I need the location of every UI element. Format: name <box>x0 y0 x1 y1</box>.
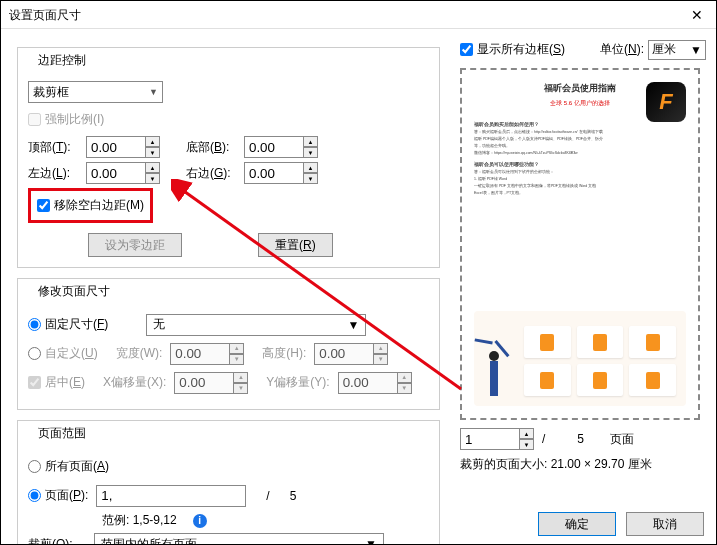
left-label: 左边(L): <box>28 165 78 182</box>
spin-up-icon: ▲ <box>146 136 160 147</box>
unit-label: 单位(N): <box>600 41 644 58</box>
preview-nav: ▲▼ / 5 页面 <box>460 428 706 450</box>
show-all-borders-checkbox[interactable]: 显示所有边框(S) <box>460 41 565 58</box>
page-range-title: 页面范围 <box>34 426 90 440</box>
crop-frame-select[interactable]: 裁剪框 ▼ <box>28 81 163 103</box>
right-label: 右边(G): <box>186 165 236 182</box>
preview-thumbnails <box>474 311 686 406</box>
yoffset-spinner: ▲▼ <box>338 372 412 394</box>
bottom-spinner[interactable]: ▲▼ <box>244 136 318 158</box>
custom-size-radio[interactable]: 自定义(U) <box>28 345 98 362</box>
margin-control-group: 边距控制 裁剪框 ▼ 强制比例(I) 顶部(T): ▲▼ 底部(B): <box>17 47 440 268</box>
reset-button[interactable]: 重置(R) <box>258 233 333 257</box>
chevron-down-icon: ▼ <box>347 318 359 332</box>
height-spinner: ▲▼ <box>314 343 388 365</box>
fixed-size-radio[interactable]: 固定尺寸(F) <box>28 316 108 333</box>
crop-label: 裁剪(O): <box>28 536 86 546</box>
right-spinner[interactable]: ▲▼ <box>244 162 318 184</box>
ok-button[interactable]: 确定 <box>538 512 616 536</box>
foxit-logo-icon: F <box>646 82 686 122</box>
modify-size-title: 修改页面尺寸 <box>34 284 114 298</box>
thumb-icon <box>577 326 624 358</box>
range-example: 范例: 1,5-9,12 <box>102 512 177 529</box>
thumb-icon <box>629 364 676 396</box>
page-range-group: 页面范围 所有页面(A) 页面(P): / 5 范例: 1,5-9,12 i <box>17 420 440 545</box>
unit-select[interactable]: 厘米 ▼ <box>648 40 706 60</box>
width-spinner: ▲▼ <box>170 343 244 365</box>
force-ratio-checkbox: 强制比例(I) <box>28 111 104 128</box>
crop-select[interactable]: 范围内的所有页面 ▼ <box>94 533 384 545</box>
chevron-down-icon: ▼ <box>149 87 158 97</box>
xoffset-label: X偏移量(X): <box>103 374 166 391</box>
pages-radio[interactable]: 页面(P): <box>28 487 88 504</box>
all-pages-radio[interactable]: 所有页面(A) <box>28 458 109 475</box>
preview-page-spinner[interactable]: ▲▼ <box>460 428 534 450</box>
yoffset-label: Y偏移量(Y): <box>266 374 329 391</box>
crop-size-status: 裁剪的页面大小: 21.00 × 29.70 厘米 <box>460 456 706 473</box>
thumb-icon <box>524 326 571 358</box>
remove-whitespace-checkbox[interactable]: 移除空白边距(M) <box>37 197 144 214</box>
spin-down-icon: ▼ <box>146 147 160 158</box>
zero-margin-button: 设为零边距 <box>88 233 182 257</box>
total-pages: 5 <box>290 489 297 503</box>
cancel-button[interactable]: 取消 <box>626 512 704 536</box>
close-button[interactable]: ✕ <box>678 1 716 29</box>
top-label: 顶部(T): <box>28 139 78 156</box>
thumb-icon <box>524 364 571 396</box>
center-checkbox: 居中(E) <box>28 374 85 391</box>
person-illustration-icon <box>484 321 514 396</box>
thumb-icon <box>577 364 624 396</box>
top-spinner[interactable]: ▲▼ <box>86 136 160 158</box>
chevron-down-icon: ▼ <box>690 43 702 57</box>
info-icon: i <box>193 514 207 528</box>
dialog-title: 设置页面尺寸 <box>9 1 81 29</box>
preview-unit: 页面 <box>610 431 634 448</box>
remove-whitespace-highlight: 移除空白边距(M) <box>28 188 153 223</box>
thumb-icon <box>629 326 676 358</box>
margin-control-title: 边距控制 <box>34 53 90 67</box>
page-preview: F 福昕会员使用指南 全球 5.6 亿用户的选择 福昕会员购买后能如何使用？ 答… <box>460 68 700 420</box>
xoffset-spinner: ▲▼ <box>174 372 248 394</box>
width-label: 宽度(W): <box>116 345 163 362</box>
preview-total: 5 <box>577 432 584 446</box>
pages-input[interactable] <box>96 485 246 507</box>
bottom-label: 底部(B): <box>186 139 236 156</box>
height-label: 高度(H): <box>262 345 306 362</box>
modify-size-group: 修改页面尺寸 固定尺寸(F) 无 ▼ 自定义(U) 宽度(W): <box>17 278 440 410</box>
chevron-down-icon: ▼ <box>365 537 377 545</box>
left-spinner[interactable]: ▲▼ <box>86 162 160 184</box>
fixed-size-select[interactable]: 无 ▼ <box>146 314 366 336</box>
